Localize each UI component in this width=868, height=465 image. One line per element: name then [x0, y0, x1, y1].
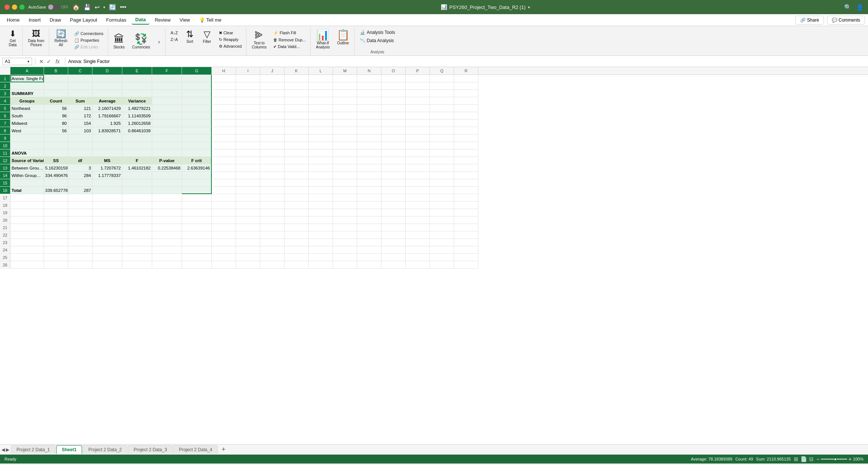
cell-H16[interactable] — [212, 187, 236, 194]
menu-formulas[interactable]: Formulas — [103, 16, 130, 24]
cell-R10[interactable] — [454, 142, 478, 149]
cell-R11[interactable] — [454, 149, 478, 157]
reapply-button[interactable]: ↻ Reapply — [217, 37, 244, 43]
cell-N15[interactable] — [357, 179, 381, 187]
cell-J7[interactable] — [260, 120, 284, 127]
cell-E10[interactable] — [122, 142, 152, 149]
row-num-15[interactable]: 15 — [0, 179, 10, 187]
cell-M16[interactable] — [333, 187, 357, 194]
cell-I14[interactable] — [236, 172, 260, 179]
cell-B4[interactable]: Count — [44, 97, 68, 105]
cell-A8[interactable]: West — [10, 127, 44, 135]
row-num-3[interactable]: 3 — [0, 90, 10, 97]
cell-O4[interactable] — [381, 97, 406, 105]
cell-G10[interactable] — [182, 142, 212, 149]
cell-F5[interactable] — [152, 105, 182, 112]
minimize-button[interactable] — [12, 4, 17, 10]
cell-F11[interactable] — [152, 149, 182, 157]
col-header-K[interactable]: K — [284, 67, 309, 75]
cell-R9[interactable] — [454, 135, 478, 142]
cell-G9[interactable] — [182, 135, 212, 142]
cell-L4[interactable] — [309, 97, 333, 105]
cell-L6[interactable] — [309, 112, 333, 120]
cell-F10[interactable] — [152, 142, 182, 149]
cell-A6[interactable]: South — [10, 112, 44, 120]
data-analysis-button[interactable]: 📉 Data Analysis — [358, 37, 396, 44]
cell-M1[interactable] — [333, 75, 357, 82]
cell-B15[interactable] — [44, 179, 68, 187]
analysis-tools-button[interactable]: 🔬 Analysis Tools — [358, 29, 397, 36]
cell-P15[interactable] — [406, 179, 430, 187]
tab-project2-data3[interactable]: Project 2 Data_3 — [128, 445, 172, 454]
data-validation-button[interactable]: ✔ Data Valid... — [271, 44, 308, 50]
cell-Q5[interactable] — [430, 105, 454, 112]
cell-C1[interactable] — [68, 75, 92, 82]
cell-K4[interactable] — [284, 97, 309, 105]
cell-G16[interactable] — [182, 187, 212, 194]
cell-D11[interactable] — [92, 149, 122, 157]
cell-R14[interactable] — [454, 172, 478, 179]
cell-B14[interactable]: 334.490476 — [44, 172, 68, 179]
cell-E13[interactable]: 1.46102182 — [122, 164, 152, 172]
cell-E5[interactable]: 1.48279221 — [122, 105, 152, 112]
cell-L10[interactable] — [309, 142, 333, 149]
cell-P13[interactable] — [406, 164, 430, 172]
cell-P11[interactable] — [406, 149, 430, 157]
cell-H10[interactable] — [212, 142, 236, 149]
col-header-L[interactable]: L — [309, 67, 333, 75]
text-to-columns-button[interactable]: ⫸ Text to Columns — [249, 29, 268, 50]
cell-M13[interactable] — [333, 164, 357, 172]
sort-az-button[interactable]: A↓Z — [169, 30, 180, 36]
cell-M14[interactable] — [333, 172, 357, 179]
menu-insert[interactable]: Insert — [25, 16, 45, 24]
cell-M2[interactable] — [333, 82, 357, 90]
redo-icon[interactable]: 🔄 — [109, 4, 116, 11]
cell-F1[interactable] — [152, 75, 182, 82]
cell-G15[interactable] — [182, 179, 212, 187]
cell-I15[interactable] — [236, 179, 260, 187]
cell-R15[interactable] — [454, 179, 478, 187]
row-num-11[interactable]: 11 — [0, 149, 10, 157]
cell-C15[interactable] — [68, 179, 92, 187]
cell-K8[interactable] — [284, 127, 309, 135]
cell-E2[interactable] — [122, 82, 152, 90]
edit-links-button[interactable]: 🔗 Edit Links — [72, 44, 106, 50]
cell-N7[interactable] — [357, 120, 381, 127]
cell-L13[interactable] — [309, 164, 333, 172]
cell-E4[interactable]: Variance — [122, 97, 152, 105]
page-break-view-icon[interactable]: ⊟ — [809, 456, 814, 462]
cell-M7[interactable] — [333, 120, 357, 127]
cell-R5[interactable] — [454, 105, 478, 112]
confirm-formula-icon[interactable]: ✓ — [46, 58, 52, 64]
col-header-D[interactable]: D — [92, 67, 122, 75]
cell-H12[interactable] — [212, 157, 236, 164]
cell-D5[interactable]: 2.16071429 — [92, 105, 122, 112]
cell-A4[interactable]: Groups — [10, 97, 44, 105]
cell-M3[interactable] — [333, 90, 357, 97]
cell-H13[interactable] — [212, 164, 236, 172]
cell-N5[interactable] — [357, 105, 381, 112]
cell-D9[interactable] — [92, 135, 122, 142]
cell-F15[interactable] — [152, 179, 182, 187]
menu-page-layout[interactable]: Page Layout — [66, 16, 101, 24]
cell-I7[interactable] — [236, 120, 260, 127]
cell-I11[interactable] — [236, 149, 260, 157]
cell-L5[interactable] — [309, 105, 333, 112]
cell-F13[interactable]: 0.22538468 — [152, 164, 182, 172]
cell-N16[interactable] — [357, 187, 381, 194]
chevron-down-icon[interactable]: ▾ — [528, 5, 530, 9]
col-header-E[interactable]: E — [122, 67, 152, 75]
cell-R4[interactable] — [454, 97, 478, 105]
row-num-2[interactable]: 2 — [0, 82, 10, 90]
cell-E3[interactable] — [122, 90, 152, 97]
cell-C9[interactable] — [68, 135, 92, 142]
col-header-M[interactable]: M — [333, 67, 357, 75]
cell-C16[interactable]: 287 — [68, 187, 92, 194]
cell-D13[interactable]: 1.7207672 — [92, 164, 122, 172]
cell-P2[interactable] — [406, 82, 430, 90]
cell-H15[interactable] — [212, 179, 236, 187]
row-num-19[interactable]: 19 — [0, 209, 10, 216]
cell-H3[interactable] — [212, 90, 236, 97]
col-header-H[interactable]: H — [212, 67, 236, 75]
cell-K6[interactable] — [284, 112, 309, 120]
